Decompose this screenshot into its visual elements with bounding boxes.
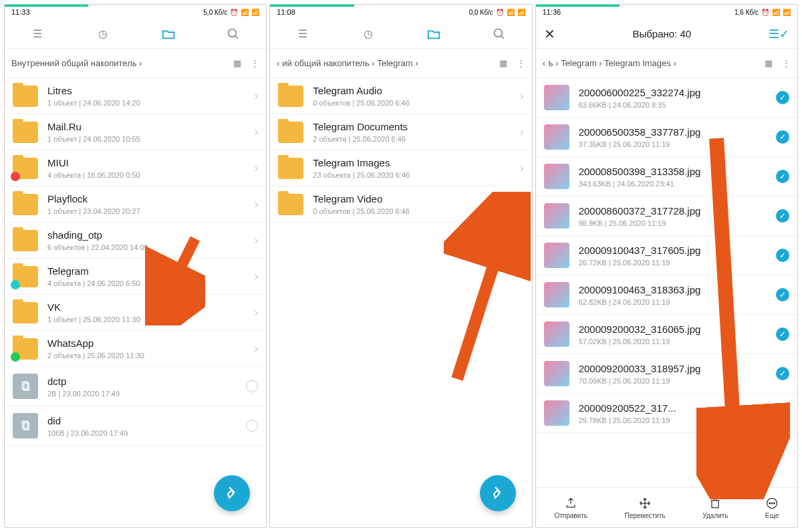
item-sub: 4 объекта | 18.06.2020 0:50 [47, 171, 250, 179]
clean-fab[interactable] [214, 475, 250, 511]
send-button[interactable]: Отправить [554, 497, 587, 519]
folder-item[interactable]: Telegram Video0 объектов | 25.06.2020 6:… [270, 186, 531, 223]
item-sub: 6 объектов | 22.04.2020 14:09 [47, 243, 250, 251]
image-thumb [544, 164, 569, 189]
radio-empty[interactable] [246, 380, 258, 392]
item-name: 200009200522_317... [579, 402, 772, 414]
file-list[interactable]: Litres1 объект | 24.06.2020 14:20›Mail.R… [5, 78, 266, 446]
grid-view-icon[interactable]: ▦ [499, 58, 507, 68]
grid-view-icon[interactable]: ▦ [765, 58, 773, 68]
folder-tab-icon[interactable] [426, 27, 441, 41]
move-button[interactable]: Переместить [624, 497, 665, 519]
item-sub: 343.63KB | 24.06.2020 23:41 [579, 180, 772, 188]
wifi-icon: 📶 [783, 9, 791, 16]
folder-item[interactable]: WhatsApp2 объекта | 25.06.2020 11:30› [5, 331, 266, 367]
chevron-icon: › [254, 125, 258, 139]
breadcrumb[interactable]: ‹ ий общий накопитель › Telegram › ▦ ⋮ [270, 49, 531, 78]
image-item[interactable]: 200006000225_332274.jpg63.66KB | 24.06.2… [536, 78, 797, 118]
image-thumb [544, 400, 569, 426]
image-thumb [544, 282, 569, 307]
image-item[interactable]: 200008500398_313358.jpg343.63KB | 24.06.… [536, 157, 797, 196]
image-item[interactable]: 200006500358_337787.jpg37.35KB | 25.06.2… [536, 118, 797, 157]
chevron-icon: › [520, 89, 524, 103]
radio-empty[interactable] [246, 420, 258, 432]
close-icon[interactable]: ✕ [544, 26, 555, 42]
check-icon[interactable]: ✓ [776, 209, 789, 223]
signal-icon: 📶 [507, 9, 515, 16]
more-icon[interactable]: ⋮ [782, 58, 791, 68]
alarm-icon: ⏰ [761, 9, 769, 16]
folder-item[interactable]: MIUI4 объекта | 18.06.2020 0:50› [5, 150, 266, 186]
phone-screen-3: 11:36 1,6 Кб/с ⏰ 📶 📶 ✕ Выбрано: 40 ☰✓ ‹ … [535, 4, 798, 528]
search-icon[interactable] [226, 27, 241, 41]
folder-item[interactable]: VK1 объект | 25.06.2020 11:30› [5, 295, 266, 331]
folder-item[interactable]: Litres1 объект | 24.06.2020 14:20› [5, 78, 266, 114]
folder-icon [13, 338, 38, 360]
folder-item[interactable]: Telegram Images23 объекта | 25.06.2020 6… [270, 150, 531, 186]
topbar: ☰ ◷ [270, 19, 531, 49]
more-icon[interactable]: ⋮ [251, 58, 259, 68]
net-speed: 0,0 Кб/с [469, 9, 493, 16]
folder-item[interactable]: shading_otp6 объектов | 22.04.2020 14:09… [5, 223, 266, 259]
check-icon[interactable]: ✓ [776, 327, 789, 341]
alarm-icon: ⏰ [230, 9, 238, 16]
folder-item[interactable]: Mail.Ru1 объект | 24.06.2020 10:55› [5, 114, 266, 150]
net-speed: 5,0 Кб/с [203, 9, 227, 16]
item-name: Mail.Ru [47, 121, 250, 132]
file-item[interactable]: did106B | 23.06.2020 17:49 [5, 406, 266, 446]
check-icon[interactable]: ✓ [776, 170, 789, 183]
breadcrumb[interactable]: ‹ ъ › Telegram › Telegram Images › ▦ ⋮ [536, 49, 797, 78]
wifi-icon: 📶 [517, 9, 525, 16]
image-item[interactable]: 200009100437_317605.jpg26.72KB | 25.06.2… [536, 236, 797, 275]
item-sub: 37.35KB | 25.06.2020 11:19 [579, 140, 772, 148]
check-icon[interactable]: ✓ [776, 91, 789, 104]
more-icon[interactable]: ⋮ [517, 58, 525, 68]
select-all-icon[interactable]: ☰✓ [769, 27, 789, 41]
file-item[interactable]: dctp2B | 23.06.2020 17:49 [5, 367, 266, 406]
item-name: VK [47, 301, 250, 313]
menu-icon[interactable]: ☰ [295, 27, 310, 41]
selection-header: ✕ Выбрано: 40 ☰✓ [536, 19, 797, 49]
net-speed: 1,6 Кб/с [734, 9, 759, 16]
check-icon[interactable]: ✓ [776, 249, 789, 262]
status-time: 11:08 [277, 8, 295, 16]
topbar: ☰ ◷ [5, 19, 266, 49]
check-icon[interactable]: ✓ [776, 367, 789, 380]
image-item[interactable]: 200009200522_317...29.78KB | 25.06.2020 … [536, 394, 797, 433]
image-item[interactable]: 200009100463_318363.jpg62.82KB | 24.06.2… [536, 275, 797, 315]
item-sub: 2B | 23.06.2020 17:49 [47, 390, 242, 398]
clock-icon[interactable]: ◷ [361, 27, 376, 41]
item-name: WhatsApp [47, 338, 250, 349]
folder-item[interactable]: Telegram Audio0 объектов | 25.06.2020 6:… [270, 78, 531, 114]
image-item[interactable]: 200009200032_316065.jpg57.02KB | 25.06.2… [536, 315, 797, 354]
check-icon[interactable]: ✓ [776, 130, 789, 144]
folder-item[interactable]: Playflock1 объект | 23.04.2020 20:27› [5, 186, 266, 223]
item-sub: 57.02KB | 25.06.2020 11:19 [579, 338, 772, 346]
menu-icon[interactable]: ☰ [30, 27, 45, 41]
grid-view-icon[interactable]: ▦ [233, 58, 241, 68]
clean-fab[interactable] [480, 475, 516, 511]
more-button[interactable]: Еще [765, 497, 779, 519]
check-icon[interactable]: ✓ [776, 406, 789, 420]
item-name: Litres [47, 85, 250, 96]
folder-icon [278, 194, 303, 215]
image-item[interactable]: 200009200033_318957.jpg70.09KB | 25.06.2… [536, 354, 797, 394]
svg-point-0 [229, 29, 237, 37]
folder-item[interactable]: Telegram Documents2 объекта | 25.06.2020… [270, 114, 531, 150]
clock-icon[interactable]: ◷ [96, 27, 110, 41]
folder-tab-icon[interactable] [161, 27, 176, 41]
svg-point-13 [769, 503, 771, 504]
svg-line-9 [501, 35, 503, 38]
image-item[interactable]: 200008600372_317728.jpg98.9KB | 25.06.20… [536, 196, 797, 236]
search-icon[interactable] [492, 27, 507, 41]
status-bar: 11:08 0,0 Кб/с ⏰ 📶 📶 [270, 5, 531, 19]
folder-item[interactable]: Telegram4 объекта | 24.06.2020 6:50› [5, 259, 266, 295]
breadcrumb-text: Внутренний общий накопитель › [11, 58, 233, 68]
item-name: 200006500358_337787.jpg [579, 126, 772, 138]
delete-button[interactable]: Удалить [702, 497, 728, 519]
file-list[interactable]: Telegram Audio0 объектов | 25.06.2020 6:… [270, 78, 531, 223]
svg-point-8 [494, 29, 502, 37]
breadcrumb[interactable]: Внутренний общий накопитель › ▦ ⋮ [5, 49, 266, 78]
check-icon[interactable]: ✓ [776, 288, 789, 301]
file-list[interactable]: 200006000225_332274.jpg63.66KB | 24.06.2… [536, 78, 797, 486]
